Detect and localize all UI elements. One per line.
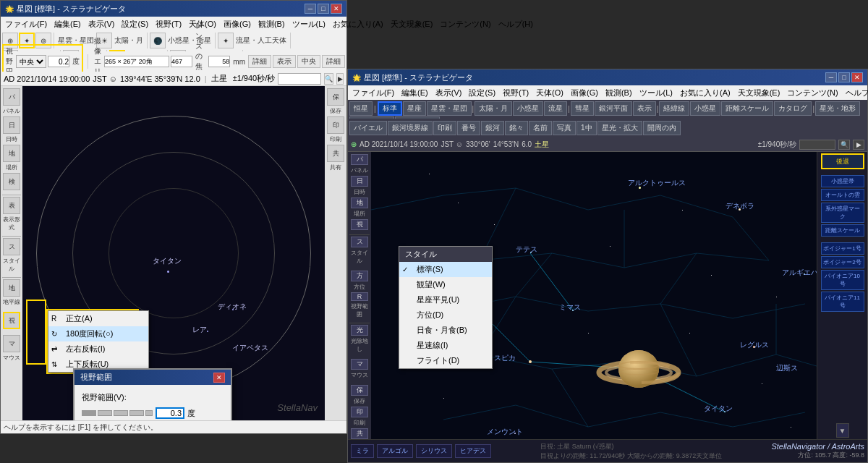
rtb2-names-btn[interactable]: 銘々	[505, 121, 528, 135]
voyager2-btn[interactable]: ボイジャー2号	[821, 256, 864, 268]
rpanel-style-btn[interactable]: ス	[351, 237, 368, 247]
search-sidebar-btn[interactable]: 検	[3, 173, 20, 190]
status-zoom-input[interactable]	[278, 73, 321, 85]
tb-asteroid-btn[interactable]: 🌑	[150, 33, 166, 48]
rtb-meteor-btn[interactable]: 流星	[544, 101, 567, 116]
rpanel-light-btn[interactable]: 光	[351, 325, 368, 336]
distscale-btn[interactable]: 距離スケール	[821, 224, 864, 237]
right-star-map[interactable]: アルクトゥールス テテス エンケラドス ミマス スピカ 土星 タイタン デネボラ…	[371, 152, 817, 439]
right-maximize-btn[interactable]: □	[838, 72, 850, 82]
rpanel-panel-btn[interactable]: パ	[351, 154, 368, 165]
rtb-asteroid-btn[interactable]: 小惑星	[513, 101, 543, 116]
rtb-comet-btn[interactable]: 彗星	[571, 101, 594, 116]
rtb2-bayer-btn[interactable]: バイエル	[349, 121, 387, 135]
rtb-galaxy-btn[interactable]: 銀河平面	[595, 101, 632, 116]
back-btn[interactable]: 後退	[821, 153, 864, 169]
minimize-btn[interactable]: ─	[305, 4, 316, 14]
rmenu-file[interactable]: ファイル(F)	[349, 87, 397, 99]
menu-content[interactable]: コンテンツ(N)	[437, 18, 493, 30]
menu-help[interactable]: ヘルプ(H)	[495, 18, 536, 30]
mouse-btn[interactable]: マ	[3, 335, 20, 352]
menu-image[interactable]: 画像(G)	[221, 18, 254, 30]
rtb-sl-btn[interactable]: 星光・地形	[815, 101, 860, 116]
style-direction[interactable]: 方位(D)	[399, 307, 492, 323]
style-flight[interactable]: フライト(D)	[399, 353, 492, 368]
rmenu-edit[interactable]: 編集(E)	[399, 87, 431, 99]
rstatus-zoom-input[interactable]	[799, 140, 835, 150]
rpanel-save-btn[interactable]: 保	[351, 385, 368, 396]
pioneer11-btn[interactable]: パイオニア11号	[821, 292, 864, 312]
menu-favorites[interactable]: お気に入り(A)	[330, 18, 386, 30]
style-standard[interactable]: ✓ 標準(S)	[399, 262, 492, 277]
bottom-star-hyades[interactable]: ヒアデス	[455, 444, 491, 458]
rstatus-play-btn[interactable]: ▶	[853, 140, 864, 150]
style-constellation[interactable]: 星座平見(U)	[399, 292, 492, 307]
rtb2-boundary-btn[interactable]: 銀河境界線	[388, 121, 433, 135]
rpanel-share-btn[interactable]: 共	[351, 428, 368, 439]
rtb-aster2-btn[interactable]: 小惑星	[690, 101, 720, 116]
left-star-map[interactable]: タイタン ディオネ レア イアペタス R 正立(A) ↻ 180度回転(○)	[22, 86, 325, 420]
rmenu-observe[interactable]: 観測(B)	[603, 87, 635, 99]
menu-observe[interactable]: 観測(B)	[255, 18, 288, 30]
pioneer10-btn[interactable]: パイオニア10号	[821, 270, 864, 290]
rmenu-image[interactable]: 画像(G)	[568, 87, 601, 99]
menu-edit[interactable]: 編集(E)	[51, 18, 84, 30]
tb2-fov-input[interactable]	[171, 56, 192, 67]
fov-value-input[interactable]	[156, 407, 184, 419]
close-btn[interactable]: ✕	[331, 4, 342, 14]
rtb-nebula-btn[interactable]: 星雲・星団	[427, 101, 472, 116]
share-btn[interactable]: 共	[327, 145, 344, 162]
rtb-catalog-btn[interactable]: カタログ	[774, 101, 812, 116]
print-btn[interactable]: 印	[327, 116, 344, 134]
style-btn[interactable]: ス	[3, 238, 20, 255]
menu-file[interactable]: ファイル(F)	[2, 18, 50, 30]
rmenu-celestial[interactable]: 天体(O)	[533, 87, 566, 99]
display-btn[interactable]: 表	[3, 197, 20, 214]
right-close-btn[interactable]: ✕	[851, 72, 863, 82]
voyager1-btn[interactable]: ボイジャー1号	[821, 242, 864, 255]
ctx-normal[interactable]: R 正立(A)	[48, 311, 148, 326]
rpanel-dir-btn[interactable]: 方	[351, 271, 368, 281]
scroll-down-btn[interactable]: ▼	[836, 423, 849, 438]
rtb-sun-btn[interactable]: 太陽・月	[475, 101, 512, 116]
rpanel-R-btn[interactable]: R	[351, 292, 368, 301]
rmenu-settings[interactable]: 設定(S)	[466, 87, 498, 99]
bottom-star-mira[interactable]: ミラ	[351, 444, 374, 458]
rtb-show-btn[interactable]: 表示	[633, 101, 656, 116]
rtb-standard-btn[interactable]: 标準	[378, 101, 402, 116]
menu-view[interactable]: 表示(V)	[85, 18, 118, 30]
rmenu-astro[interactable]: 天文現象(E)	[735, 87, 783, 99]
rtb2-mid-btn[interactable]: 1中	[576, 121, 597, 135]
style-observe[interactable]: 観望(W)	[399, 277, 492, 292]
tb2-mode-select[interactable]: 中央	[16, 55, 46, 68]
menu-settings[interactable]: 設定(S)	[119, 18, 151, 30]
rtb-const-btn[interactable]: 星座	[403, 101, 426, 116]
horizon-btn[interactable]: 地	[3, 279, 20, 297]
rpanel-fov2-btn[interactable]: 視	[351, 219, 368, 230]
rmenu-tools[interactable]: ツール(L)	[637, 87, 676, 99]
exoplanet-btn[interactable]: 系外惑星マーク	[821, 203, 864, 223]
rtb2-name2-btn[interactable]: 名前	[529, 121, 552, 135]
rtb2-open-btn[interactable]: 開周の内	[643, 121, 681, 135]
right-minimize-btn[interactable]: ─	[825, 72, 837, 82]
rtb2-number-btn[interactable]: 番号	[457, 121, 480, 135]
tb2-detail-btn[interactable]: 詳細	[248, 55, 271, 68]
rmenu-help[interactable]: ヘルプ(H)	[843, 87, 868, 99]
status-play-btn[interactable]: ▶	[336, 73, 344, 85]
rstatus-search-btn[interactable]: 🔍	[838, 140, 850, 150]
rtb-star-btn[interactable]: 恒星	[349, 101, 373, 116]
oort-btn[interactable]: オールトの雲	[821, 189, 864, 201]
date-btn[interactable]: 日	[3, 116, 20, 134]
rtb2-print-btn[interactable]: 印刷	[433, 121, 456, 135]
rpanel-mouse-btn[interactable]: マ	[351, 359, 368, 370]
tb2-rotation-input[interactable]	[48, 56, 69, 67]
fov-sidebar-btn[interactable]: 視	[3, 312, 20, 329]
bottom-star-sirius[interactable]: シリウス	[416, 444, 452, 458]
rtb2-photo-btn[interactable]: 写真	[553, 121, 576, 135]
tb2-show-btn[interactable]: 表示	[273, 55, 296, 68]
style-eclipse[interactable]: 日食・月食(B)	[399, 323, 492, 338]
tb2-lens-input[interactable]	[208, 56, 230, 67]
rmenu-fov[interactable]: 視野(T)	[500, 87, 532, 99]
rpanel-print-btn[interactable]: 印	[351, 407, 368, 417]
tb-meteor-btn[interactable]: ✦	[218, 33, 234, 48]
